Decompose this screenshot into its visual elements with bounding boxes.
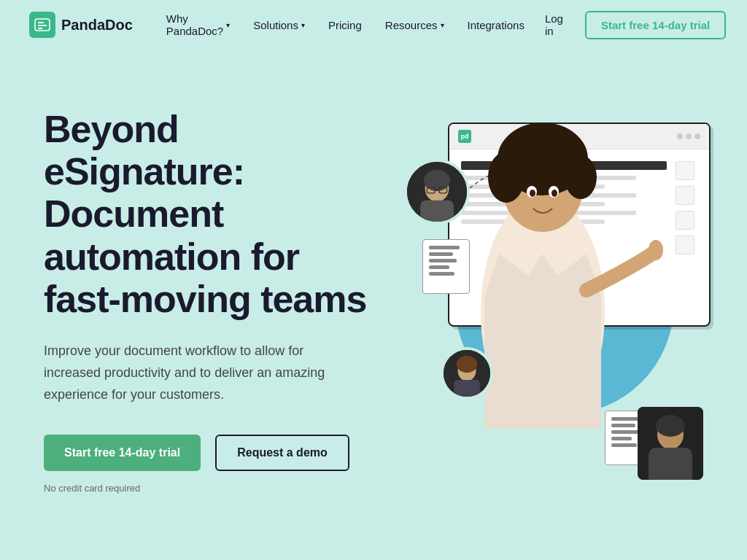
doc-widget-1 bbox=[676, 161, 694, 180]
doc-dot-3 bbox=[694, 133, 700, 139]
doc-logo: pd bbox=[458, 130, 471, 143]
no-credit-card-note: No credit card required bbox=[44, 483, 379, 494]
svg-point-23 bbox=[457, 356, 477, 373]
doc-body bbox=[449, 149, 709, 266]
brand-name: PandaDoc bbox=[61, 17, 133, 34]
nav-actions: Log in Start free 14-day trial bbox=[535, 7, 726, 43]
doc-line-4 bbox=[461, 202, 605, 206]
hero-subtitle: Improve your document workflow to allow … bbox=[44, 341, 336, 405]
avatar-2 bbox=[441, 347, 493, 400]
doc-widget-3 bbox=[676, 211, 694, 230]
nav-why-pandadoc[interactable]: Why PandaDoc? ▾ bbox=[156, 7, 240, 43]
logo-icon bbox=[29, 12, 55, 38]
doc-widget-4 bbox=[676, 236, 694, 254]
svg-rect-24 bbox=[454, 380, 480, 397]
doc-line-3 bbox=[461, 193, 636, 198]
svg-rect-1 bbox=[38, 22, 44, 23]
svg-rect-2 bbox=[38, 25, 47, 26]
card2-line-5 bbox=[611, 443, 637, 447]
chevron-down-icon: ▾ bbox=[301, 21, 305, 29]
doc-line-5 bbox=[461, 211, 636, 215]
doc-main-content bbox=[461, 161, 667, 254]
login-button[interactable]: Log in bbox=[535, 7, 573, 43]
hero-cta-secondary[interactable]: Request a demo bbox=[215, 435, 349, 471]
svg-point-27 bbox=[656, 415, 685, 437]
svg-rect-28 bbox=[649, 448, 692, 480]
logo-link[interactable]: PandaDoc bbox=[29, 12, 133, 38]
doc-dot-1 bbox=[677, 133, 683, 139]
card2-line-3 bbox=[611, 430, 639, 434]
doc-window: pd bbox=[448, 122, 711, 327]
nav-pricing[interactable]: Pricing bbox=[318, 13, 372, 37]
doc-dot-2 bbox=[686, 133, 692, 139]
hero-buttons: Start free 14-day trial Request a demo bbox=[44, 435, 379, 471]
doc-titlebar: pd bbox=[449, 124, 709, 149]
doc-card-1 bbox=[422, 239, 470, 294]
hero-illustration: pd bbox=[382, 64, 732, 538]
svg-rect-3 bbox=[38, 28, 42, 29]
doc-sidebar-right bbox=[676, 161, 697, 254]
hero-content: Beyond eSignature: Document automation f… bbox=[44, 93, 379, 494]
doc-line-2 bbox=[461, 184, 605, 189]
chevron-down-icon: ▾ bbox=[441, 21, 444, 29]
nav-resources[interactable]: Resources ▾ bbox=[375, 13, 454, 37]
doc-widget-2 bbox=[676, 186, 694, 205]
card-line-1 bbox=[429, 246, 460, 249]
card2-line-4 bbox=[611, 437, 632, 440]
avatar-1 bbox=[404, 159, 470, 225]
nav-solutions[interactable]: Solutions ▾ bbox=[243, 13, 315, 37]
chevron-down-icon: ▾ bbox=[226, 21, 230, 29]
nav-trial-button[interactable]: Start free 14-day trial bbox=[585, 11, 726, 39]
hero-section: Beyond eSignature: Document automation f… bbox=[0, 50, 747, 560]
nav-links: Why PandaDoc? ▾ Solutions ▾ Pricing Reso… bbox=[156, 7, 535, 43]
card-line-3 bbox=[429, 259, 457, 262]
doc-line-1 bbox=[461, 176, 636, 180]
doc-line-6 bbox=[461, 219, 605, 224]
photo-card bbox=[638, 407, 703, 480]
card2-line-2 bbox=[611, 424, 635, 427]
hero-cta-primary[interactable]: Start free 14-day trial bbox=[44, 435, 201, 471]
svg-rect-17 bbox=[420, 201, 454, 222]
hero-title: Beyond eSignature: Document automation f… bbox=[44, 108, 379, 320]
nav-integrations[interactable]: Integrations bbox=[457, 13, 535, 37]
card-line-2 bbox=[429, 252, 453, 256]
card-line-4 bbox=[429, 265, 449, 269]
navigation: PandaDoc Why PandaDoc? ▾ Solutions ▾ Pri… bbox=[0, 0, 747, 50]
doc-controls bbox=[677, 133, 700, 139]
doc-title-line bbox=[461, 161, 667, 170]
card-line-5 bbox=[429, 272, 454, 276]
